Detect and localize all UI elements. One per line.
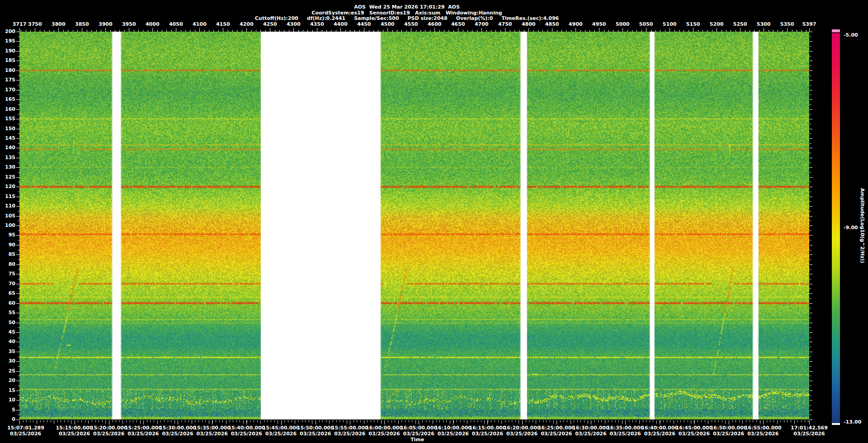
time-axis-minor-tick: [305, 420, 306, 422]
record-axis-minor-tick: [387, 30, 388, 32]
freq-axis-tick-label: 65: [0, 291, 15, 296]
freq-axis-right-minor-tick: [810, 250, 811, 250]
freq-axis-tick-label: 70: [0, 281, 15, 287]
time-axis-minor-tick: [240, 420, 240, 422]
record-axis-minor-tick: [77, 30, 78, 32]
freq-axis-right-minor-tick: [810, 201, 811, 202]
time-axis-minor-tick: [309, 420, 309, 422]
time-axis-minor-tick: [553, 420, 554, 424]
freq-axis-right-tick: [810, 119, 812, 119]
freq-axis-right-minor-tick: [810, 56, 811, 57]
time-axis-minor-tick: [426, 420, 426, 422]
freq-axis-right-minor-tick: [810, 327, 811, 328]
time-axis-minor-tick: [357, 420, 357, 422]
freq-axis-tick: [16, 391, 19, 391]
freq-axis-tick-label: 190: [0, 48, 15, 54]
time-axis-minor-tick: [216, 420, 216, 422]
time-axis-minor-tick: [51, 420, 51, 422]
freq-axis-tick: [16, 51, 19, 52]
time-axis-minor-tick: [577, 420, 578, 422]
time-axis-minor-tick: [388, 420, 388, 422]
freq-axis-right-minor-tick: [810, 259, 811, 260]
record-axis-minor-tick: [566, 30, 566, 32]
freq-axis-tick: [16, 254, 19, 255]
record-axis-minor-tick: [218, 30, 219, 32]
record-axis-minor-tick: [63, 30, 64, 32]
record-axis-minor-tick: [303, 30, 303, 32]
freq-axis-right-minor-tick: [810, 386, 811, 386]
record-axis-minor-tick: [350, 30, 350, 32]
record-axis-minor-tick: [87, 30, 87, 32]
freq-axis-minor-tick: [18, 221, 19, 221]
record-axis-minor-tick: [467, 30, 468, 32]
freq-axis-right-minor-tick: [810, 366, 811, 367]
time-axis-minor-tick: [422, 420, 423, 422]
colorbar-bottom-cap: [832, 423, 840, 425]
spectrogram-plot[interactable]: [19, 32, 809, 419]
record-axis-minor-tick: [500, 30, 501, 32]
freq-axis-right-tick: [810, 371, 812, 372]
freq-axis-tick-label: 110: [0, 203, 15, 209]
record-axis-tick-label: 4500: [377, 22, 397, 27]
time-axis-tick: [694, 420, 694, 424]
record-axis-minor-tick: [797, 30, 797, 32]
time-axis-minor-tick: [61, 420, 61, 422]
record-axis-tick-label: 3750: [25, 22, 45, 27]
freq-axis-right-minor-tick: [810, 133, 811, 134]
record-axis-minor-tick: [477, 30, 477, 32]
time-axis-minor-tick: [605, 420, 605, 424]
time-axis-minor-tick: [243, 420, 244, 424]
freq-axis-minor-tick: [18, 376, 19, 376]
freq-axis-tick: [16, 303, 19, 304]
freq-axis-tick-label: 45: [0, 330, 15, 335]
freq-axis-tick: [16, 71, 19, 71]
freq-axis-tick: [16, 235, 19, 236]
record-axis-minor-tick: [416, 30, 416, 32]
time-axis-tick-label: 16:55:00.000: [743, 425, 783, 431]
freq-axis-right-minor-tick: [810, 104, 811, 105]
freq-axis-right-minor-tick: [810, 192, 811, 192]
record-axis-minor-tick: [336, 30, 336, 32]
freq-axis-right-minor-tick: [810, 298, 811, 299]
record-axis-minor-tick: [354, 30, 355, 32]
colorbar-gradient: [832, 33, 840, 423]
freq-axis-tick: [16, 342, 19, 342]
freq-axis-tick: [16, 167, 19, 168]
freq-axis-tick-label: 185: [0, 58, 15, 63]
time-axis-minor-tick: [756, 420, 757, 422]
freq-axis-right-minor-tick: [810, 94, 811, 95]
freq-axis-tick-label: 105: [0, 213, 15, 219]
time-axis-minor-tick: [650, 420, 650, 422]
page-title: AOS Wed 25 Mar 2026 17:01:29 AOS: [0, 4, 814, 10]
freq-axis-minor-tick: [18, 124, 19, 124]
freq-axis-tick-label: 75: [0, 271, 15, 277]
freq-axis-right-tick: [810, 342, 812, 342]
colorbar-tick-mid: -9.00: [844, 225, 858, 231]
time-axis-minor-tick: [354, 420, 354, 422]
freq-axis-right-minor-tick: [810, 337, 811, 338]
record-axis-minor-tick: [538, 30, 538, 32]
time-axis-minor-tick: [88, 420, 89, 424]
freq-axis-right-minor-tick: [810, 124, 811, 124]
record-axis-minor-tick: [637, 30, 637, 32]
freq-axis-right-minor-tick: [810, 405, 811, 405]
freq-axis-tick: [16, 410, 19, 410]
record-axis-minor-tick: [223, 30, 223, 32]
freq-axis-tick: [16, 332, 19, 333]
freq-axis-right-tick: [810, 206, 812, 207]
freq-axis-right-tick: [810, 109, 812, 110]
time-axis-date-label: 03/25/2026: [743, 431, 783, 437]
freq-axis-right-tick: [810, 90, 812, 90]
record-axis-minor-tick: [138, 30, 139, 32]
freq-axis-minor-tick: [18, 37, 19, 37]
time-axis-minor-tick: [787, 420, 788, 422]
record-axis-minor-tick: [660, 30, 660, 32]
time-axis-minor-tick: [54, 420, 54, 424]
record-axis-minor-tick: [646, 30, 646, 32]
record-axis-minor-tick: [458, 30, 458, 32]
record-axis-minor-tick: [331, 30, 331, 32]
freq-axis-right-tick: [810, 226, 812, 226]
time-axis-tick-label: 17:01:42.569: [789, 425, 830, 431]
time-axis-tick: [109, 420, 109, 424]
freq-axis-right-minor-tick: [810, 114, 811, 114]
